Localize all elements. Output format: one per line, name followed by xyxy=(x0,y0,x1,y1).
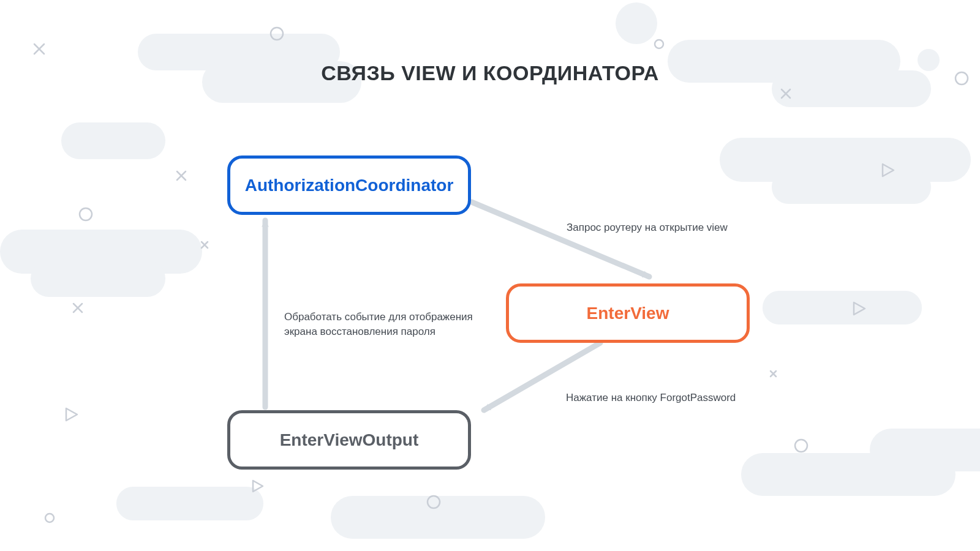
arrow-coord-to-view xyxy=(472,202,649,277)
svg-rect-11 xyxy=(741,453,956,496)
diagram-title: СВЯЗЬ VIEW И КООРДИНАТОРА xyxy=(0,61,980,85)
svg-point-15 xyxy=(80,208,92,220)
svg-point-14 xyxy=(271,28,283,40)
edge-label-open-view: Запрос роутеру на открытие view xyxy=(567,220,728,235)
svg-rect-8 xyxy=(772,170,931,204)
svg-rect-7 xyxy=(720,138,971,182)
svg-point-19 xyxy=(795,440,807,452)
svg-rect-4 xyxy=(61,122,165,159)
svg-rect-2 xyxy=(0,230,202,274)
node-label: EnterView xyxy=(587,304,669,323)
svg-rect-3 xyxy=(31,260,165,297)
svg-rect-12 xyxy=(116,487,263,520)
svg-point-18 xyxy=(655,40,663,48)
diagram-canvas: СВЯЗЬ VIEW И КООРДИНАТОРА AuthorizationC… xyxy=(0,0,980,551)
node-label: AuthorizationCoordinator xyxy=(245,176,454,195)
edge-label-handle-event: Обработать событие для отображения экран… xyxy=(284,310,492,339)
node-label: EnterViewOutput xyxy=(280,430,419,450)
svg-point-17 xyxy=(428,496,440,508)
node-authorization-coordinator: AuthorizationCoordinator xyxy=(227,156,471,215)
svg-rect-9 xyxy=(763,291,922,324)
svg-rect-13 xyxy=(331,496,545,539)
svg-point-21 xyxy=(616,2,657,44)
svg-point-16 xyxy=(45,514,54,522)
node-enter-view-output: EnterViewOutput xyxy=(227,410,471,470)
svg-rect-10 xyxy=(870,429,980,471)
node-enter-view: EnterView xyxy=(506,283,750,343)
edge-label-line: Обработать событие для отображения xyxy=(284,311,473,323)
edge-label-line: экрана восстановления пароля xyxy=(284,326,435,337)
edge-label-forgot-password: Нажатие на кнопку ForgotPassword xyxy=(566,391,736,405)
